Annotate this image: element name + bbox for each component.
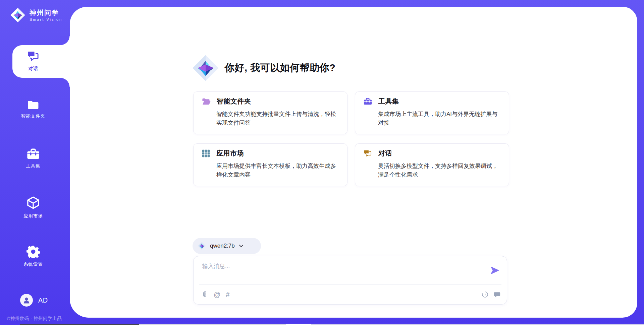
sidebar-item-toolset[interactable]: 工具集 <box>0 147 66 169</box>
chat-bubbles-icon <box>26 49 40 63</box>
brand-title: 神州问学 <box>30 9 62 17</box>
hero: 你好, 我可以如何帮助你? <box>192 54 335 82</box>
bubble-fillet-bottom <box>60 78 70 87</box>
brand-logo: 神州问学 Smart Vision <box>10 7 62 23</box>
cube-icon <box>26 195 40 210</box>
card-smart-folder[interactable]: 智能文件夹 智能文件夹功能支持批量文件上传与清洗，轻松实现文件问答 <box>193 91 347 134</box>
model-name: qwen2:7b <box>210 243 235 249</box>
folder-icon <box>27 99 40 110</box>
sidebar-item-label: 对话 <box>29 66 38 72</box>
sidebar-item-chat[interactable]: 对话 <box>0 49 66 72</box>
sidebar-item-label: 智能文件夹 <box>21 113 46 119</box>
sidebar-item-label: 系统设置 <box>23 261 43 267</box>
model-selector[interactable]: qwen2:7b <box>193 238 261 254</box>
card-toolset[interactable]: 工具集 集成市场上主流工具，助力AI与外界无缝扩展与对接 <box>355 91 509 134</box>
card-app-market[interactable]: 应用市场 应用市场提供丰富长文本模板，助力高效生成多样化文章内容 <box>193 143 347 186</box>
folder-open-icon <box>202 97 211 106</box>
message-composer: @ # <box>193 256 507 305</box>
sidebar-item-smart-folder[interactable]: 智能文件夹 <box>0 99 66 119</box>
brand-subtitle: Smart Vision <box>30 17 62 21</box>
card-description: 灵活切换多模型文件，支持多样回复效果调试，满足个性化需求 <box>378 162 503 179</box>
card-description: 集成市场上主流工具，助力AI与外界无缝扩展与对接 <box>378 110 503 127</box>
card-chat[interactable]: 对话 灵活切换多模型文件，支持多样回复效果调试，满足个性化需求 <box>355 143 509 186</box>
app-window: 神州问学 Smart Vision 对话 智能文件夹 <box>0 0 644 325</box>
user-initials: AD <box>38 297 48 304</box>
card-title: 工具集 <box>378 97 399 106</box>
toolbox-icon <box>363 97 372 106</box>
user-menu[interactable]: AD <box>20 294 48 307</box>
gear-icon <box>26 245 40 258</box>
attachment-paperclip-icon[interactable] <box>201 290 208 299</box>
feature-cards: 智能文件夹 智能文件夹功能支持批量文件上传与清洗，轻松实现文件问答 <box>193 91 509 186</box>
toolbox-icon <box>26 147 40 160</box>
card-title: 智能文件夹 <box>217 97 251 106</box>
send-icon[interactable] <box>490 266 499 275</box>
card-description: 应用市场提供丰富长文本模板，助力高效生成多样化文章内容 <box>216 162 341 179</box>
avatar <box>20 294 33 307</box>
history-clock-icon[interactable] <box>481 291 489 298</box>
card-description: 智能文件夹功能支持批量文件上传与清洗，轻松实现文件问答 <box>216 110 341 127</box>
copyright-text: ©神州数码 · 神州问学出品 <box>7 316 62 322</box>
chevron-down-icon <box>239 245 244 248</box>
message-input[interactable] <box>202 262 478 282</box>
hero-diamond-icon <box>192 54 219 82</box>
sidebar-item-label: 应用市场 <box>23 213 43 219</box>
composer-toolbar: @ # <box>201 285 501 304</box>
card-title: 对话 <box>378 149 392 158</box>
person-icon <box>22 296 31 304</box>
brand-diamond-icon <box>10 7 25 23</box>
topic-hash-icon[interactable]: # <box>226 291 229 298</box>
greeting-text: 你好, 我可以如何帮助你? <box>225 61 335 75</box>
sidebar-item-label: 工具集 <box>26 163 41 169</box>
card-title: 应用市场 <box>216 149 244 158</box>
chat-bubbles-icon <box>363 149 372 158</box>
mention-at-icon[interactable]: @ <box>214 291 220 298</box>
sidebar: 神州问学 Smart Vision 对话 智能文件夹 <box>0 0 70 325</box>
sidebar-item-settings[interactable]: 系统设置 <box>0 245 66 267</box>
bottom-window-edge <box>0 324 644 325</box>
main-panel: 你好, 我可以如何帮助你? 智能文件夹 智能文件夹功能支持批量文件上传与清洗，轻… <box>70 7 637 318</box>
model-diamond-icon <box>198 242 206 250</box>
sidebar-item-app-market[interactable]: 应用市场 <box>0 195 66 219</box>
chat-bubble-solid-icon[interactable] <box>493 291 501 298</box>
grid-icon <box>202 149 210 158</box>
bubble-fillet-top <box>60 36 70 45</box>
